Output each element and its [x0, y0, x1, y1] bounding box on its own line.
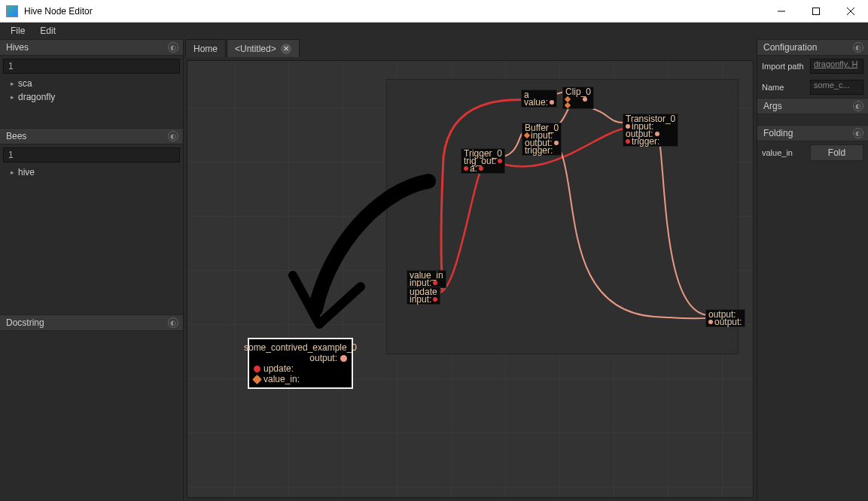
- collapse-icon[interactable]: ◐: [853, 42, 863, 53]
- menu-file[interactable]: File: [3, 23, 32, 38]
- tabbar: Home <Untitled> ✕: [184, 39, 757, 57]
- bees-body: 1 ▸hive: [0, 144, 183, 314]
- center-column: Home <Untitled> ✕ a: [184, 39, 757, 501]
- node-output[interactable]: output: output:: [705, 309, 745, 327]
- args-body: [757, 114, 868, 125]
- tree-item-sca[interactable]: ▸sca: [0, 77, 183, 90]
- node-buffer[interactable]: Buffer_0 input: output: trigger:: [522, 123, 562, 156]
- port[interactable]: [464, 166, 468, 171]
- maximize-icon: [812, 8, 820, 15]
- bees-search[interactable]: 1: [3, 147, 180, 162]
- port[interactable]: [433, 297, 437, 302]
- port-output[interactable]: [340, 355, 347, 362]
- port[interactable]: [433, 281, 437, 285]
- folding-header[interactable]: Folding ◐: [757, 125, 868, 141]
- port[interactable]: [479, 166, 483, 171]
- port[interactable]: [498, 159, 502, 163]
- collapse-icon[interactable]: ◐: [168, 317, 178, 328]
- docstring-body: [0, 331, 183, 501]
- docstring-header[interactable]: Docstring ◐: [0, 314, 183, 331]
- node-update[interactable]: update input:: [407, 287, 440, 305]
- folding-param-label: value_in: [762, 148, 806, 157]
- main-area: Hives ◐ 1 ▸sca ▸dragonfly Bees ◐ 1 ▸hive…: [0, 39, 868, 501]
- chevron-right-icon: ▸: [11, 93, 18, 101]
- node-trigger[interactable]: Trigger_0 trig_out: a:: [461, 148, 505, 174]
- hives-body: 1 ▸sca ▸dragonfly: [0, 56, 183, 128]
- menubar: File Edit: [0, 23, 868, 39]
- tab-untitled[interactable]: <Untitled> ✕: [227, 39, 300, 57]
- hives-header[interactable]: Hives ◐: [0, 39, 183, 56]
- config-header[interactable]: Configuration ◐: [757, 39, 868, 56]
- port[interactable]: [583, 97, 587, 102]
- args-title: Args: [763, 101, 853, 111]
- node-title: some_contrived_example_0: [254, 342, 347, 353]
- hives-title: Hives: [6, 42, 168, 53]
- collapse-icon[interactable]: ◐: [168, 42, 178, 53]
- port-value-in[interactable]: [252, 375, 262, 384]
- subgraph-box[interactable]: [386, 79, 739, 354]
- name-label: Name: [762, 83, 806, 92]
- minimize-icon: [778, 8, 785, 15]
- svg-rect-1: [813, 8, 820, 14]
- node-clip[interactable]: Clip_0: [562, 87, 594, 109]
- menu-edit[interactable]: Edit: [32, 23, 63, 38]
- node-value-in[interactable]: value_in input:: [407, 270, 446, 288]
- right-column: Configuration ◐ Import path dragonfly. H…: [757, 39, 868, 501]
- port[interactable]: [554, 141, 559, 145]
- port[interactable]: [626, 139, 630, 144]
- minimize-button[interactable]: [764, 0, 799, 23]
- collapse-icon[interactable]: ◐: [853, 128, 863, 138]
- folding-title: Folding: [763, 128, 853, 138]
- import-path-value[interactable]: dragonfly. H: [810, 59, 863, 74]
- port[interactable]: [708, 320, 713, 324]
- bees-header[interactable]: Bees ◐: [0, 128, 183, 144]
- chevron-right-icon: ▸: [11, 80, 18, 87]
- config-import-path-row: Import path dragonfly. H: [757, 56, 868, 77]
- collapse-icon[interactable]: ◐: [168, 131, 178, 141]
- folding-row: value_in Fold: [757, 141, 868, 164]
- node-canvas[interactable]: a value: Clip_0 Buffer_0 input: output: …: [187, 60, 754, 498]
- tab-close-icon[interactable]: ✕: [281, 44, 291, 54]
- args-header[interactable]: Args ◐: [757, 98, 868, 114]
- name-input[interactable]: some_c...: [810, 80, 863, 95]
- collapse-icon[interactable]: ◐: [853, 101, 863, 111]
- node-some-contrived-example[interactable]: some_contrived_example_0 output: update:…: [248, 338, 353, 389]
- chevron-right-icon: ▸: [11, 169, 18, 176]
- left-column: Hives ◐ 1 ▸sca ▸dragonfly Bees ◐ 1 ▸hive…: [0, 39, 184, 501]
- tree-item-dragonfly[interactable]: ▸dragonfly: [0, 90, 183, 104]
- port[interactable]: [550, 100, 554, 105]
- tab-home[interactable]: Home: [185, 39, 226, 57]
- close-button[interactable]: [833, 0, 868, 23]
- bees-title: Bees: [6, 131, 168, 141]
- app-icon: [6, 5, 18, 17]
- tree-item-hive[interactable]: ▸hive: [0, 165, 183, 179]
- port-update[interactable]: [254, 366, 260, 372]
- maximize-button[interactable]: [799, 0, 833, 23]
- node-transistor[interactable]: Transistor_0 input: output: trigger:: [623, 114, 678, 147]
- close-icon: [847, 8, 854, 15]
- hives-search[interactable]: 1: [3, 59, 180, 74]
- config-name-row: Name some_c...: [757, 77, 868, 98]
- node-a[interactable]: a value:: [521, 90, 557, 108]
- import-path-label: Import path: [762, 62, 806, 71]
- config-title: Configuration: [763, 42, 853, 53]
- fold-button[interactable]: Fold: [810, 144, 863, 161]
- titlebar: Hive Node Editor: [0, 0, 868, 23]
- port[interactable]: [565, 102, 571, 108]
- window-title: Hive Node Editor: [24, 6, 764, 17]
- docstring-title: Docstring: [6, 317, 168, 328]
